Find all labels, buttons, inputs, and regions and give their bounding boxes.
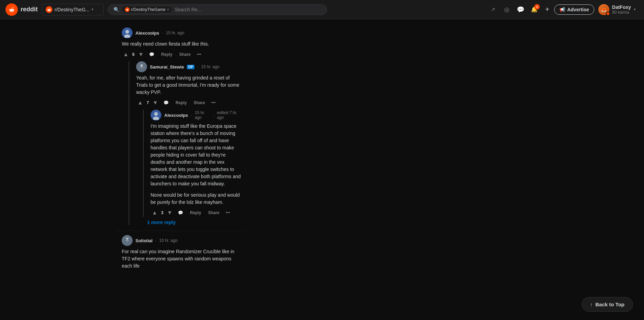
downvote-btn-c1n1n1[interactable]: ▼ xyxy=(166,209,174,217)
upvote-btn-c1n1[interactable]: ▲ xyxy=(136,99,144,107)
comment-separator-1 xyxy=(116,231,247,231)
avatar-c1n1n1 xyxy=(151,110,162,121)
plus-btn[interactable]: + xyxy=(542,4,553,15)
comment-icon-btn-c1n1n1[interactable]: 💬 xyxy=(175,209,186,217)
share-btn-c1n1[interactable]: Share xyxy=(191,99,208,107)
comment-header-c1n1: Samurai_Stewie OP · 15 hr. ago xyxy=(136,61,241,72)
chat-icon-btn[interactable]: 💬 xyxy=(514,3,527,16)
upvote-icon-c1: ▲ xyxy=(123,51,129,58)
username-display: DatFoxy xyxy=(612,4,631,10)
upvote-icon-c1n1: ▲ xyxy=(138,100,143,106)
reddit-wordmark: reddit xyxy=(21,6,38,13)
share-btn-c1[interactable]: Share xyxy=(177,51,193,58)
username-c1n1[interactable]: Samurai_Stewie xyxy=(150,64,184,70)
reply-btn-c1[interactable]: Reply xyxy=(158,51,175,58)
chat-icon: 💬 xyxy=(517,6,524,13)
upvote-btn-c1[interactable]: ▲ xyxy=(122,50,130,59)
timestamp-c1n1: 15 hr. ago xyxy=(201,64,219,69)
svg-point-10 xyxy=(154,112,158,116)
username-c1[interactable]: Alexcoolps xyxy=(135,30,159,36)
karma-badge-icon xyxy=(606,12,610,16)
circle-icon: ◎ xyxy=(504,6,510,13)
back-to-top-arrow: ↑ xyxy=(590,301,593,307)
timestamp-sep-c1n1: · xyxy=(197,64,198,69)
karma-display: 90 karma xyxy=(612,10,631,15)
navbar: reddit r/DestinyTheG... ▾ 🔍 r/DestinyThe… xyxy=(0,0,644,19)
comment-icon-c1n1: 💬 xyxy=(164,100,169,105)
search-tag-text: r/DestinyTheGame xyxy=(131,7,166,12)
subreddit-icon xyxy=(46,6,52,13)
edited-sep-c1n1n1: · xyxy=(213,113,214,118)
comment-actions-c1: ▲ 6 ▼ 💬 Reply Share ••• xyxy=(122,50,241,59)
comment-actions-c1n1n1: ▲ 3 ▼ 💬 Reply Share ••• xyxy=(151,209,241,217)
search-tag[interactable]: r/DestinyTheGame × xyxy=(122,7,172,13)
comment-icon-btn-c1n1[interactable]: 💬 xyxy=(161,99,171,107)
advertise-label: Advertise xyxy=(567,7,589,12)
comment-header-c1: Alexcoolps · 15 hr. ago xyxy=(122,27,241,38)
right-sidebar xyxy=(247,19,528,281)
comment-icon-c1: 💬 xyxy=(149,52,154,57)
search-bar[interactable]: 🔍 r/DestinyTheGame × xyxy=(108,4,327,15)
user-info: DatFoxy 90 karma xyxy=(612,4,631,15)
downvote-icon-c1: ▼ xyxy=(138,51,144,58)
comment-c1: Alexcoolps · 15 hr. ago We really need c… xyxy=(116,25,247,229)
back-to-top-btn[interactable]: ↑ Back to Top xyxy=(582,297,633,312)
comment-body-c1n1n1-p2: None would be for serious play and would… xyxy=(151,192,241,206)
timestamp-c1: · xyxy=(162,30,163,35)
more-btn-c1n1n1[interactable]: ••• xyxy=(224,209,232,217)
comment-actions-c1n1: ▲ 7 ▼ 💬 Reply Share ••• xyxy=(136,99,241,107)
comment-c2: Solistial · 10 hr. ago For real can you … xyxy=(116,232,247,275)
user-chevron-icon: ▾ xyxy=(634,7,636,12)
bell-icon-btn[interactable]: 🔔 2 xyxy=(528,3,540,16)
reddit-logo-area[interactable]: reddit xyxy=(5,3,38,16)
svg-point-7 xyxy=(140,66,141,67)
downvote-btn-c1n1[interactable]: ▼ xyxy=(151,99,159,107)
comment-header-c1n1n1: Alexcoolps · 15 hr. ago · edited 7 hr. a… xyxy=(151,110,241,121)
comments-column: Alexcoolps · 15 hr. ago We really need c… xyxy=(116,19,247,281)
chevron-down-icon: ▾ xyxy=(92,7,94,12)
comment-icon-c1n1n1: 💬 xyxy=(178,210,183,215)
comment-btn-c1[interactable]: 💬 xyxy=(146,51,157,58)
link-icon-btn[interactable]: ↗ xyxy=(487,3,499,16)
reply-btn-c1n1n1[interactable]: Reply xyxy=(187,209,204,217)
link-icon: ↗ xyxy=(491,6,495,13)
username-c1n1n1[interactable]: Alexcoolps xyxy=(164,113,188,118)
main-container: Alexcoolps · 15 hr. ago We really need c… xyxy=(116,19,528,281)
avatar-c1 xyxy=(122,27,133,38)
comment-body-c1n1: Yeah, for me, after having grinded a res… xyxy=(136,74,241,96)
comment-header-c2: Solistial · 10 hr. ago xyxy=(122,235,241,246)
more-replies-area: 1 more reply xyxy=(147,220,241,225)
more-btn-c1n1[interactable]: ••• xyxy=(209,99,218,107)
circle-icon-btn[interactable]: ◎ xyxy=(501,3,513,16)
avatar-c1n1 xyxy=(136,61,147,72)
search-input[interactable] xyxy=(175,7,321,12)
share-btn-c1n1n1[interactable]: Share xyxy=(205,209,222,217)
username-c2[interactable]: Solistial xyxy=(135,238,153,243)
vote-count-c1: 6 xyxy=(131,52,136,57)
more-replies-link[interactable]: 1 more reply xyxy=(147,220,176,225)
more-btn-c1[interactable]: ••• xyxy=(195,51,203,58)
search-tag-close[interactable]: × xyxy=(167,7,169,12)
advertise-btn[interactable]: 📢 Advertise xyxy=(554,4,594,15)
nested-comment-c1n1n1: Alexcoolps · 15 hr. ago · edited 7 hr. a… xyxy=(143,110,241,217)
plus-icon: + xyxy=(545,5,549,13)
comment-body-c1: We really need clown fiesta stuff like t… xyxy=(122,40,241,48)
reddit-logo-icon xyxy=(5,3,18,16)
avatar: 🦊 xyxy=(598,4,609,15)
downvote-btn-c1[interactable]: ▼ xyxy=(137,50,145,59)
vote-count-c1n1: 7 xyxy=(145,100,151,105)
vote-area-c1n1: ▲ 7 ▼ xyxy=(136,99,159,107)
svg-point-14 xyxy=(126,239,127,240)
nav-icons-area: ↗ ◎ 💬 🔔 2 + 📢 Advertise 🦊 DatFoxy 90 kar xyxy=(487,3,639,16)
user-area[interactable]: 🦊 DatFoxy 90 karma ▾ xyxy=(596,3,639,16)
comment-body-c2: For real can you imagine Randomizer Cruc… xyxy=(122,248,241,270)
subreddit-selector[interactable]: r/DestinyTheG... ▾ xyxy=(42,4,104,15)
vote-area-c1n1n1: ▲ 3 ▼ xyxy=(151,209,174,217)
upvote-btn-c1n1n1[interactable]: ▲ xyxy=(151,209,159,217)
edited-c1n1n1: edited 7 hr. ago xyxy=(217,110,241,120)
timestamp-sep-c2: · xyxy=(155,238,156,243)
reply-btn-c1n1[interactable]: Reply xyxy=(173,99,190,107)
back-to-top-label: Back to Top xyxy=(595,301,624,307)
megaphone-icon: 📢 xyxy=(559,7,565,12)
svg-rect-6 xyxy=(139,67,144,68)
